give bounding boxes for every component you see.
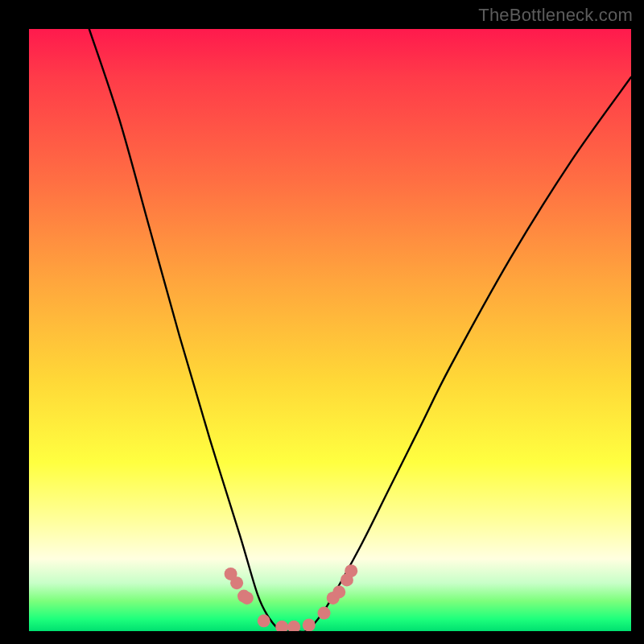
marker-dot: [345, 564, 357, 577]
marker-dot: [230, 576, 243, 589]
marker-dot: [287, 621, 300, 631]
marker-dots: [225, 564, 358, 631]
chart-frame: TheBottleneck.com: [0, 0, 644, 644]
chart-svg: [29, 29, 631, 631]
bottleneck-curve: [89, 29, 631, 631]
marker-dot: [318, 607, 331, 620]
marker-dot: [241, 592, 254, 605]
marker-dot: [332, 585, 345, 598]
marker-dot: [258, 614, 270, 627]
watermark-text: TheBottleneck.com: [478, 5, 633, 26]
marker-dot: [275, 621, 288, 631]
marker-dot: [303, 619, 316, 632]
plot-area: [29, 29, 631, 631]
